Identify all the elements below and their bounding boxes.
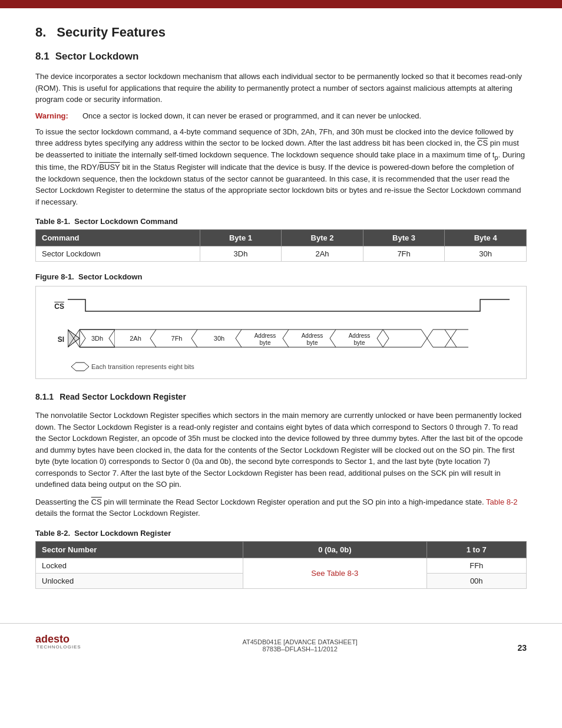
logo: adesto TECHNOLOGIES xyxy=(35,630,82,653)
cs-waveform-row: CS xyxy=(45,295,517,318)
table81-col-byte1: Byte 1 xyxy=(200,230,282,246)
table81-row1-byte4: 30h xyxy=(445,246,527,262)
svg-text:byte: byte xyxy=(354,340,365,346)
svg-text:3Dh: 3Dh xyxy=(91,335,103,342)
footer-doc-number: 8783B–DFLASH–11/2012 xyxy=(243,645,358,653)
table81-row1-byte1: 3Dh xyxy=(200,246,282,262)
table81-col-byte3: Byte 3 xyxy=(363,230,445,246)
table-row: Locked See Table 8-3 FFh xyxy=(36,558,527,573)
table83-link[interactable]: Table 8-3 xyxy=(327,569,358,578)
section81-para1: The device incorporates a sector lockdow… xyxy=(35,71,527,106)
svg-line-37 xyxy=(330,338,336,347)
svg-text:TECHNOLOGIES: TECHNOLOGIES xyxy=(37,644,81,650)
svg-line-49 xyxy=(383,338,389,347)
svg-line-26 xyxy=(236,338,242,347)
table82-row1-sector: Locked xyxy=(36,558,243,573)
svg-line-57 xyxy=(71,367,76,371)
table82-row2-sector: Unlocked xyxy=(36,573,243,588)
waveform-container: CS SI xyxy=(35,286,527,379)
warning-label: Warning: xyxy=(35,111,78,120)
section811-container: 8.1.1 Read Sector Lockdown Register The … xyxy=(35,390,527,519)
section81-number: 8.1 xyxy=(35,51,49,62)
section811-para2: Deasserting the CS pin will terminate th… xyxy=(35,496,527,519)
section81-para2: To issue the sector lockdown command, a … xyxy=(35,126,527,208)
table82: Sector Number 0 (0a, 0b) 1 to 7 Locked S… xyxy=(35,541,527,589)
table81-row1-byte3: 7Fh xyxy=(363,246,445,262)
svg-text:2Ah: 2Ah xyxy=(130,335,141,342)
cs-svg xyxy=(68,295,510,316)
svg-line-48 xyxy=(383,330,389,338)
svg-text:Address: Address xyxy=(302,332,323,339)
header-bar xyxy=(0,0,562,8)
cs-label: CS xyxy=(45,302,68,311)
svg-line-36 xyxy=(330,330,336,338)
adesto-logo-svg: adesto TECHNOLOGIES xyxy=(35,630,82,651)
table81-col-byte2: Byte 2 xyxy=(282,230,363,246)
table81: Command Byte 1 Byte 2 Byte 3 Byte 4 Sect… xyxy=(35,229,527,262)
section81-header: 8.1 Sector Lockdown xyxy=(35,48,527,62)
section8-number: 8. xyxy=(35,25,46,40)
table82-col-0: 0 (0a, 0b) xyxy=(243,541,427,558)
svg-text:7Fh: 7Fh xyxy=(171,335,183,342)
table81-label: Table 8-1. Sector Lockdown Command xyxy=(35,217,527,226)
svg-text:Address: Address xyxy=(254,332,276,339)
legend-text: Each transition represents eight bits xyxy=(91,363,194,370)
section811-header: 8.1.1 Read Sector Lockdown Register xyxy=(35,390,527,401)
footer-doc-title: AT45DB041E [ADVANCE DATASHEET] xyxy=(243,638,358,645)
svg-text:Address: Address xyxy=(349,332,371,339)
table81-row1-command: Sector Lockdown xyxy=(36,246,200,262)
svg-line-61 xyxy=(84,367,89,371)
table81-row1-byte2: 2Ah xyxy=(282,246,363,262)
table82-col-1to7: 1 to 7 xyxy=(427,541,527,558)
section8-title: Security Features xyxy=(57,25,166,40)
svg-line-42 xyxy=(377,330,383,338)
waveform-legend: Each transition represents eight bits xyxy=(45,361,517,373)
cs-waveform xyxy=(68,295,517,318)
table82-link[interactable]: Table 8-2 xyxy=(486,498,517,506)
si-label: SI xyxy=(45,335,68,344)
page-number: 23 xyxy=(517,643,527,653)
svg-line-60 xyxy=(84,363,89,367)
page-footer: adesto TECHNOLOGIES AT45DB041E [ADVANCE … xyxy=(0,623,562,663)
svg-line-20 xyxy=(191,330,197,338)
table82-row2-1to7: 00h xyxy=(427,573,527,588)
figure81-label: Figure 8-1. Sector Lockdown xyxy=(35,272,527,281)
svg-line-30 xyxy=(283,330,289,338)
svg-text:byte: byte xyxy=(307,340,318,346)
table81-col-byte4: Byte 4 xyxy=(445,230,527,246)
legend-icon xyxy=(71,361,89,373)
svg-line-31 xyxy=(283,338,289,347)
section8-header: 8. Security Features xyxy=(35,25,527,40)
table81-col-command: Command xyxy=(36,230,200,246)
svg-line-56 xyxy=(71,363,76,367)
table-row: Sector Lockdown 3Dh 2Ah 7Fh 30h xyxy=(36,246,527,262)
section811-title: Read Sector Lockdown Register xyxy=(59,392,186,401)
svg-line-21 xyxy=(191,338,197,347)
footer-doc-info: AT45DB041E [ADVANCE DATASHEET] 8783B–DFL… xyxy=(243,638,358,653)
svg-text:byte: byte xyxy=(260,340,271,346)
warning-text: Once a sector is locked down, it can nev… xyxy=(82,111,421,120)
svg-line-25 xyxy=(236,330,242,338)
si-svg: 3Dh 2Ah 7Fh xyxy=(68,324,510,353)
svg-text:30h: 30h xyxy=(214,335,224,342)
si-waveform-row: SI 3Dh xyxy=(45,324,517,355)
table82-col-sector: Sector Number xyxy=(36,541,243,558)
section811-para1: The nonvolatile Sector Lockdown Register… xyxy=(35,410,527,490)
svg-text:adesto: adesto xyxy=(35,633,70,645)
warning-block: Warning: Once a sector is locked down, i… xyxy=(35,111,527,120)
logo-container: adesto TECHNOLOGIES xyxy=(35,630,82,653)
svg-line-43 xyxy=(377,338,383,347)
section811-number: 8.1.1 xyxy=(35,392,54,401)
table82-label: Table 8-2. Sector Lockdown Register xyxy=(35,529,527,538)
table82-merged: See Table 8-3 xyxy=(243,558,427,588)
section81-title: Sector Lockdown xyxy=(55,51,139,62)
si-waveform: 3Dh 2Ah 7Fh xyxy=(68,324,517,355)
table82-row1-1to7: FFh xyxy=(427,558,527,573)
